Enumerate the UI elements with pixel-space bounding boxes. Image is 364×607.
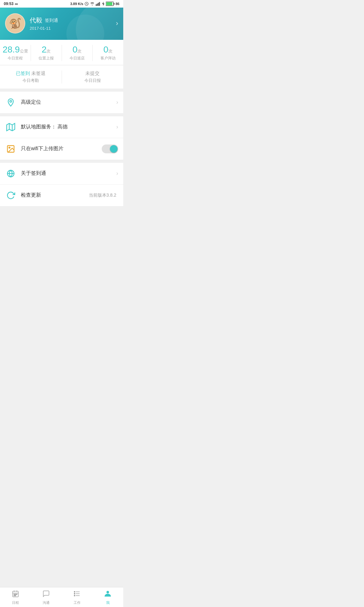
svg-marker-5 [102,2,104,6]
svg-marker-10 [7,123,15,131]
svg-rect-8 [106,2,112,5]
svg-rect-4 [99,2,100,6]
attendance-today[interactable]: 已签到 未签退 今日考勤 [0,71,62,83]
about-chevron-icon: › [116,170,118,177]
battery-percent: 86 [116,2,119,6]
charging-icon [102,2,105,6]
about-label: 关于签到通 [21,170,116,177]
not-submitted-text: 未提交 [85,71,100,77]
svg-rect-2 [97,3,97,6]
attendance-status: 已签到 未签退 [0,71,62,77]
wifi-icon [90,2,95,6]
attendance-section: 已签到 未签退 今日考勤 未提交 今日日报 [0,65,123,89]
signed-in-text: 已签到 [16,71,30,77]
separator-3 [0,160,123,163]
stat-location-label: 位置上报 [31,56,62,61]
clock-icon [84,2,89,6]
profile-banner[interactable]: 🐒 代毅 签到通 2017-01-11 › [0,8,123,40]
wifi-upload-label: 只在wifi下上传图片 [21,145,102,152]
stat-visit-label: 客户拜访 [93,56,123,61]
menu-item-wifi-upload[interactable]: 只在wifi下上传图片 [0,138,123,160]
toggle-thumb [110,145,118,153]
stat-visit-value: 0次 [93,45,123,55]
profile-date: 2017-01-11 [30,26,58,31]
stat-location-value: 2次 [31,45,62,55]
menu-item-location[interactable]: 高级定位 › [0,92,123,113]
user-name: 代毅 [30,16,42,25]
stat-distance: 28.9公里 今日里程 [0,45,31,61]
stats-section: 28.9公里 今日里程 2次 位置上报 0次 今日巡店 0次 客户拜访 [0,40,123,65]
status-time: 09:53 [4,2,14,6]
daily-report-label: 今日日报 [62,78,124,83]
location-icon [5,97,16,108]
update-label: 检查更新 [21,192,89,199]
refresh-icon [5,190,16,201]
attendance-today-label: 今日考勤 [0,78,62,83]
map-chevron-icon: › [116,124,118,130]
infinity-icon: ∞ [15,1,18,6]
app-name: 签到通 [45,18,58,23]
menu-item-update[interactable]: 检查更新 当前版本3.8.2 [0,185,123,206]
location-label: 高级定位 [21,99,116,106]
stat-visit: 0次 客户拜访 [93,45,123,61]
map-icon [5,121,16,133]
location-chevron-icon: › [116,99,118,106]
status-right: 3.89 K/s [70,2,119,6]
signal-icon [96,2,101,6]
separator-1 [0,89,123,92]
svg-point-14 [9,147,10,148]
menu-item-map[interactable]: 默认地图服务： 高德 › [0,116,123,138]
battery-icon [106,2,115,6]
menu-section-map-wifi: 默认地图服务： 高德 › 只在wifi下上传图片 [0,116,123,160]
stat-patrol: 0次 今日巡店 [62,45,93,61]
menu-item-about[interactable]: 关于签到通 › [0,163,123,185]
menu-section-location: 高级定位 › [0,92,123,113]
network-speed: 3.89 K/s [70,2,83,6]
image-upload-icon [5,143,16,155]
map-label: 默认地图服务： 高德 [21,124,116,130]
menu-section-about: 关于签到通 › 检查更新 当前版本3.8.2 [0,163,123,206]
wifi-upload-toggle[interactable] [102,144,118,153]
profile-details: 代毅 签到通 2017-01-11 [30,16,58,31]
report-status: 未提交 [62,71,124,77]
status-bar: 09:53 ∞ 3.89 K/s [0,0,123,8]
stat-distance-label: 今日里程 [0,56,31,61]
update-version: 当前版本3.8.2 [89,193,116,198]
svg-rect-1 [96,4,96,6]
separator-2 [0,113,123,116]
svg-rect-7 [113,3,114,4]
not-signed-out-text: 未签退 [31,71,46,77]
stat-patrol-value: 0次 [62,45,93,55]
profile-name-row: 代毅 签到通 [30,16,58,25]
globe-icon [5,168,16,179]
profile-info-container: 🐒 代毅 签到通 2017-01-11 [5,13,58,34]
stat-location: 2次 位置上报 [31,45,62,61]
toggle-track [102,144,118,153]
daily-report[interactable]: 未提交 今日日报 [62,71,124,83]
status-left: 09:53 ∞ [4,1,18,6]
stat-distance-value: 28.9公里 [0,45,31,55]
svg-point-9 [10,100,12,102]
stat-patrol-label: 今日巡店 [62,56,93,61]
profile-chevron-icon: › [116,19,118,28]
svg-rect-3 [98,3,99,6]
avatar: 🐒 [5,13,25,34]
